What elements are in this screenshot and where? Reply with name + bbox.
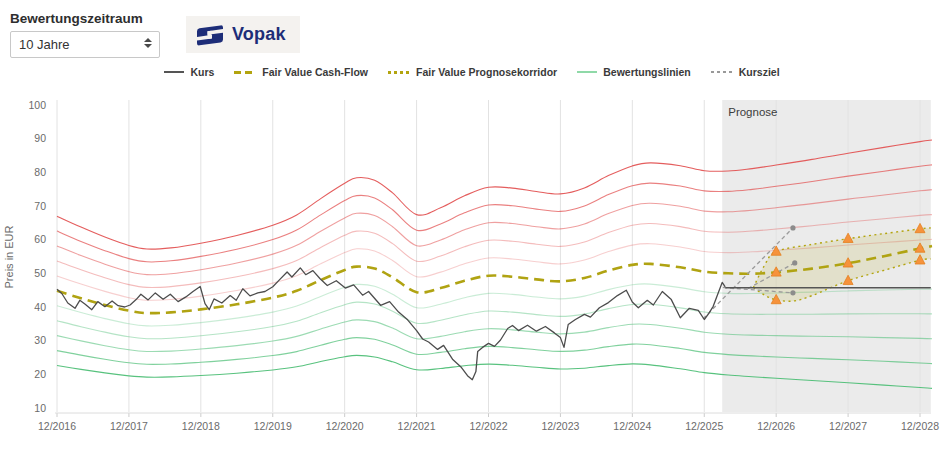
- x-tick-label: 12/2024: [613, 420, 651, 432]
- kursziel-dot: [790, 290, 795, 295]
- y-tick-label: 50: [34, 267, 46, 279]
- y-tick-label: 20: [34, 368, 46, 380]
- x-tick-label: 12/2021: [398, 420, 436, 432]
- y-tick-label: 100: [28, 99, 46, 111]
- x-tick-label: 12/2020: [326, 420, 364, 432]
- x-tick-label: 12/2018: [182, 420, 220, 432]
- x-tick-label: 12/2025: [685, 420, 723, 432]
- x-tick-label: 12/2026: [757, 420, 795, 432]
- y-tick-label: 10: [34, 402, 46, 414]
- y-tick-label: 40: [34, 301, 46, 313]
- forecast-label: Prognose: [728, 106, 777, 118]
- x-tick-label: 12/2019: [254, 420, 292, 432]
- kursziel-dot: [790, 225, 795, 230]
- x-tick-label: 12/2023: [541, 420, 579, 432]
- valuation-chart[interactable]: 12/201612/201712/201812/201912/202012/20…: [0, 0, 944, 453]
- y-tick-label: 70: [34, 200, 46, 212]
- y-tick-label: 30: [34, 334, 46, 346]
- x-tick-label: 12/2016: [38, 420, 76, 432]
- x-tick-label: 12/2028: [901, 420, 939, 432]
- kursziel-dot: [792, 260, 797, 265]
- y-tick-label: 80: [34, 166, 46, 178]
- y-tick-label: 60: [34, 233, 46, 245]
- fair-value-app: Bewertungszeitraum 10 Jahre Vopak Kurs F…: [0, 0, 944, 453]
- x-tick-label: 12/2027: [829, 420, 867, 432]
- y-tick-label: 90: [34, 132, 46, 144]
- y-axis-title: Preis in EUR: [3, 225, 15, 288]
- x-tick-label: 12/2017: [110, 420, 148, 432]
- x-tick-label: 12/2022: [470, 420, 508, 432]
- kurs-line: [57, 268, 725, 380]
